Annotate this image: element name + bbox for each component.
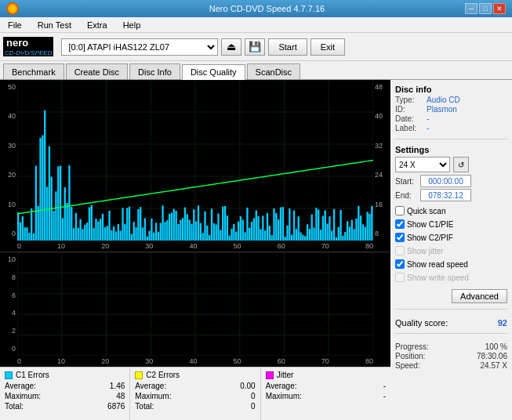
jitter-avg-value: -: [383, 382, 386, 390]
show-read-speed-checkbox[interactable]: [395, 259, 405, 269]
c2-avg-value: 0.00: [240, 382, 255, 390]
disc-date-label: Date:: [395, 114, 423, 123]
start-input[interactable]: [420, 175, 471, 187]
c1-max-value: 48: [116, 392, 125, 400]
end-label: End:: [395, 191, 417, 200]
quick-scan-row: Quick scan: [395, 206, 507, 215]
disc-type-value: Audio CD: [427, 96, 460, 104]
disc-info-section: Disc info Type: Audio CD ID: Plasmon Dat…: [395, 85, 507, 133]
disc-id-row: ID: Plasmon: [395, 105, 507, 114]
disc-id-value: Plasmon: [427, 105, 457, 114]
save-button[interactable]: 💾: [245, 38, 265, 56]
show-read-speed-row: Show read speed: [395, 259, 507, 269]
jitter-title: Jitter: [277, 371, 294, 379]
tab-scan-disc[interactable]: ScanDisc: [247, 63, 300, 79]
jitter-color-swatch: [266, 371, 274, 379]
show-c2pif-checkbox[interactable]: [395, 233, 405, 242]
app-icon: [6, 2, 19, 15]
top-x-axis: 0 10 20 30 40 50 60 70 80: [0, 241, 390, 252]
quality-score-value: 92: [498, 318, 507, 328]
quality-score-row: Quality score: 92: [395, 318, 507, 328]
c1-avg-label: Average:: [5, 382, 36, 390]
jitter-max-label: Maximum:: [266, 392, 302, 400]
c2-color-swatch: [135, 371, 143, 379]
exit-button[interactable]: Exit: [310, 38, 345, 56]
legend-bar: C1 Errors Average: 1.46 Maximum: 48 Tota…: [0, 367, 390, 420]
bottom-chart-area: 10 8 6 4 2 0 0 10 20 30 40: [0, 252, 390, 367]
show-write-speed-checkbox[interactable]: [395, 273, 405, 282]
advanced-button[interactable]: Advanced: [452, 289, 507, 303]
tab-disc-quality[interactable]: Disc Quality: [182, 64, 245, 80]
show-c1pie-checkbox[interactable]: [395, 219, 405, 229]
end-input[interactable]: [420, 189, 471, 201]
speed-select[interactable]: 24 X: [395, 157, 450, 172]
speed-row: 24 X ↺: [395, 157, 507, 172]
settings-section: Settings 24 X ↺ Start: End:: [395, 145, 507, 203]
quality-score-label: Quality score:: [395, 318, 448, 328]
c1-total-label: Total:: [5, 402, 24, 411]
c1-color-swatch: [5, 371, 13, 379]
title-bar-title: Nero CD-DVD Speed 4.7.7.16: [69, 4, 465, 13]
tabs-bar: Benchmark Create Disc Disc Info Disc Qua…: [0, 61, 512, 80]
drive-select[interactable]: [0:0] ATAPI iHAS122 ZL07: [61, 38, 218, 56]
disc-info-title: Disc info: [395, 85, 507, 94]
disc-label-row: Label: -: [395, 124, 507, 132]
main-content: 50 40 30 20 10 0 48 40 32 24 16 8: [0, 80, 512, 420]
minimize-button[interactable]: ─: [465, 3, 478, 14]
refresh-button[interactable]: ↺: [453, 157, 469, 172]
right-panel: Disc info Type: Audio CD ID: Plasmon Dat…: [390, 80, 512, 420]
end-time-row: End:: [395, 189, 507, 201]
show-c2pif-label: Show C2/PIF: [407, 234, 453, 242]
close-button[interactable]: ✕: [493, 3, 506, 14]
top-y-axis-right: 48 40 32 24 16 8: [373, 80, 390, 241]
eject-button[interactable]: ⏏: [221, 38, 241, 56]
tab-disc-info[interactable]: Disc Info: [129, 63, 180, 79]
jitter-max-value: -: [383, 392, 386, 400]
legend-c1: C1 Errors Average: 1.46 Maximum: 48 Tota…: [0, 368, 130, 420]
menu-bar: File Run Test Extra Help: [0, 17, 512, 33]
disc-date-row: Date: -: [395, 114, 507, 123]
c2-max-value: 0: [251, 392, 256, 400]
menu-extra[interactable]: Extra: [82, 19, 112, 31]
progress-section: Progress: 100 % Position: 78:30.06 Speed…: [395, 342, 507, 371]
bottom-y-axis-right: [373, 252, 390, 356]
divider-1: [395, 139, 507, 139]
settings-title: Settings: [395, 145, 507, 154]
top-chart-canvas: [17, 80, 373, 241]
bottom-x-axis: 0 10 20 30 40 50 60 70 80: [0, 356, 390, 367]
speed-row-prog: Speed: 24.57 X: [395, 361, 507, 370]
c2-total-value: 0: [251, 402, 256, 411]
start-time-row: Start:: [395, 175, 507, 187]
progress-label: Progress:: [395, 342, 429, 351]
disc-label-label: Label:: [395, 124, 423, 132]
c1-max-label: Maximum:: [5, 392, 41, 400]
show-jitter-checkbox[interactable]: [395, 246, 405, 255]
tab-benchmark[interactable]: Benchmark: [3, 63, 64, 79]
disc-type-row: Type: Audio CD: [395, 96, 507, 104]
show-write-speed-label: Show write speed: [407, 273, 469, 282]
disc-id-label: ID:: [395, 105, 423, 114]
start-button[interactable]: Start: [268, 38, 307, 56]
legend-c2: C2 Errors Average: 0.00 Maximum: 0 Total…: [130, 368, 260, 420]
top-y-axis-left: 50 40 30 20 10 0: [0, 80, 17, 241]
tab-create-disc[interactable]: Create Disc: [66, 63, 128, 79]
show-read-speed-label: Show read speed: [407, 260, 468, 269]
progress-value: 100 %: [485, 342, 507, 351]
disc-type-label: Type:: [395, 96, 423, 104]
menu-run-test[interactable]: Run Test: [33, 19, 76, 31]
menu-help[interactable]: Help: [118, 19, 146, 31]
quick-scan-checkbox[interactable]: [395, 206, 405, 215]
progress-row: Progress: 100 %: [395, 342, 507, 351]
c2-total-label: Total:: [135, 402, 154, 411]
show-write-speed-row: Show write speed: [395, 273, 507, 282]
legend-jitter: Jitter Average: - Maximum: -: [261, 368, 390, 420]
c2-avg-label: Average:: [135, 382, 166, 390]
divider-2: [395, 309, 507, 310]
menu-file[interactable]: File: [3, 19, 27, 31]
show-c1pie-row: Show C1/PIE: [395, 219, 507, 229]
maximize-button[interactable]: □: [479, 3, 492, 14]
show-c2pif-row: Show C2/PIF: [395, 233, 507, 242]
title-bar: Nero CD-DVD Speed 4.7.7.16 ─ □ ✕: [0, 0, 512, 17]
bottom-chart-canvas: [17, 252, 373, 356]
start-label: Start:: [395, 177, 417, 186]
